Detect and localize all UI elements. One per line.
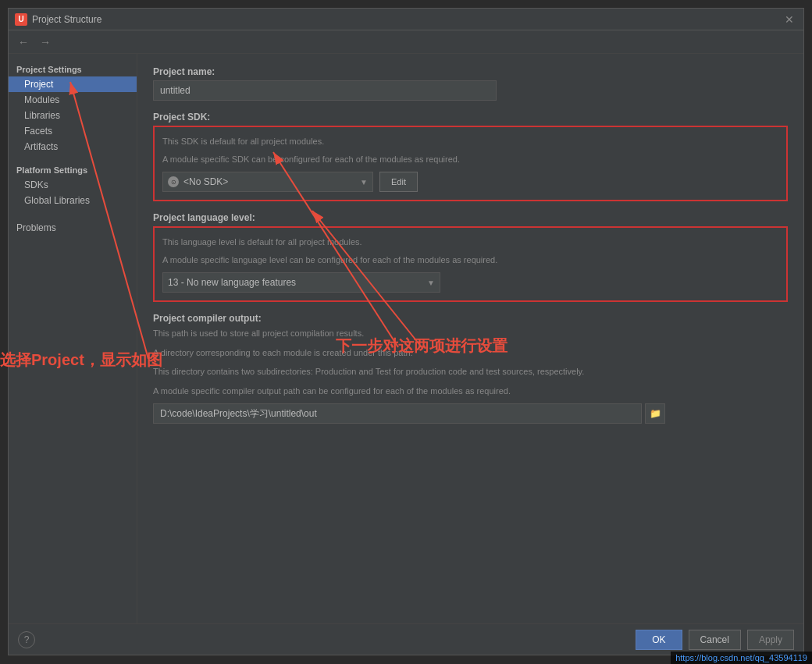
sdk-desc2: A module specific SDK can be configured …	[162, 153, 778, 166]
url-bar: https://blog.csdn.net/qq_43594119	[671, 652, 812, 664]
sidebar-item-project[interactable]: Project	[9, 76, 137, 92]
lang-desc1: This language level is default for all p…	[162, 236, 778, 249]
sdk-section-title: Project SDK:	[153, 112, 788, 123]
lang-section: Project language level: This language le…	[153, 212, 788, 302]
sidebar-item-sdks[interactable]: SDKs	[9, 177, 137, 193]
sidebar: Project Settings Project Modules Librari…	[9, 54, 137, 623]
compiler-output-title: Project compiler output:	[153, 313, 788, 324]
sdk-box: This SDK is default for all project modu…	[153, 126, 788, 201]
lang-dropdown-arrow: ▼	[427, 279, 435, 287]
help-button[interactable]: ?	[18, 631, 35, 648]
sdk-dropdown[interactable]: ⊙ <No SDK> ▼	[162, 172, 373, 192]
compiler-desc3: This directory contains two subdirectori…	[153, 365, 788, 378]
forward-button[interactable]: →	[37, 34, 54, 50]
ok-button[interactable]: OK	[636, 630, 682, 650]
titlebar: U Project Structure ✕	[9, 9, 803, 30]
platform-settings-section: Platform Settings	[9, 161, 137, 177]
sidebar-item-global-libraries[interactable]: Global Libraries	[9, 193, 137, 208]
sdk-icon: ⊙	[168, 176, 179, 187]
project-name-input[interactable]	[153, 80, 497, 101]
sdk-desc1: This SDK is default for all project modu…	[162, 135, 778, 148]
sidebar-item-facets[interactable]: Facets	[9, 123, 137, 139]
sdk-row: ⊙ <No SDK> ▼ Edit	[162, 172, 778, 192]
app-icon: U	[15, 13, 27, 26]
compiler-path-input[interactable]	[153, 403, 642, 424]
sidebar-item-modules[interactable]: Modules	[9, 92, 137, 108]
folder-browse-button[interactable]: 📁	[645, 403, 665, 424]
sidebar-item-problems[interactable]: Problems	[9, 218, 137, 236]
action-buttons: OK Cancel Apply	[636, 630, 794, 650]
lang-box: This language level is default for all p…	[153, 226, 788, 302]
apply-button[interactable]: Apply	[747, 630, 794, 650]
compiler-section: Project compiler output: This path is us…	[153, 313, 788, 424]
cancel-button[interactable]: Cancel	[689, 630, 741, 650]
sidebar-item-artifacts[interactable]: Artifacts	[9, 139, 137, 154]
sdk-edit-button[interactable]: Edit	[379, 172, 418, 192]
sdk-section: Project SDK: This SDK is default for all…	[153, 112, 788, 201]
lang-dropdown[interactable]: 13 - No new language features ▼	[162, 272, 440, 293]
bottom-bar: ? OK Cancel Apply	[9, 623, 803, 655]
lang-section-title: Project language level:	[153, 212, 788, 223]
compiler-path-row: 📁	[153, 403, 788, 424]
project-name-label: Project name:	[153, 66, 788, 77]
titlebar-left: U Project Structure	[15, 13, 102, 26]
annotation-text-project: 选择Project，显示如图	[0, 350, 162, 371]
dialog-title: Project Structure	[32, 14, 102, 25]
close-button[interactable]: ✕	[782, 12, 797, 27]
sdk-value: <No SDK>	[183, 176, 228, 187]
annotation-text-settings: 下一步对这两项进行设置	[336, 336, 508, 357]
compiler-desc4: A module specific compiler output path c…	[153, 385, 788, 398]
lang-desc2: A module specific language level can be …	[162, 254, 778, 267]
sdk-dropdown-arrow: ▼	[360, 178, 368, 186]
sdk-select-inner: ⊙ <No SDK>	[168, 176, 228, 187]
project-settings-section: Project Settings	[9, 60, 137, 76]
lang-value: 13 - No new language features	[168, 277, 296, 288]
navbar: ← →	[9, 30, 803, 54]
sidebar-item-libraries[interactable]: Libraries	[9, 108, 137, 123]
back-button[interactable]: ←	[15, 34, 32, 50]
project-structure-dialog: U Project Structure ✕ ← → Project Settin…	[8, 8, 804, 655]
